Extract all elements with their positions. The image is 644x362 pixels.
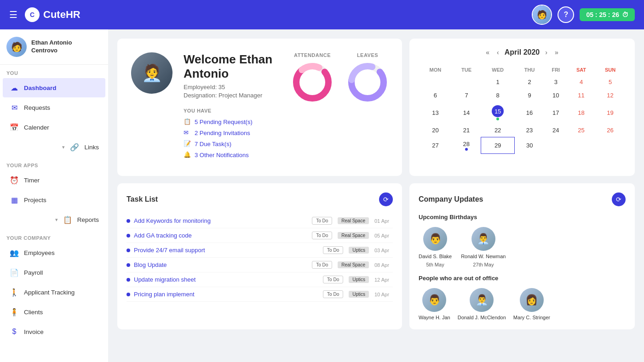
task-row[interactable]: Provide 24/7 email support To Do Uptics … xyxy=(126,243,393,258)
cal-day[interactable]: 18 xyxy=(567,102,595,124)
cal-day[interactable]: 20 xyxy=(419,124,452,137)
cal-day[interactable]: 29 xyxy=(481,137,515,154)
cal-day[interactable]: 8 xyxy=(481,89,515,102)
stat-requests[interactable]: 📋 5 Pending Request(s) xyxy=(184,118,276,125)
cal-header-sat: SAT xyxy=(567,64,595,75)
cal-day[interactable]: 17 xyxy=(544,102,567,124)
cal-day[interactable]: 2 xyxy=(515,75,544,89)
sidebar-username: Ethan AntonioCentrovo xyxy=(31,39,72,55)
cal-day[interactable]: 19 xyxy=(595,102,626,124)
sidebar-item-clients[interactable]: 🧍 Clients xyxy=(3,302,105,322)
cal-week-3: 20212223242526 xyxy=(419,124,626,137)
cal-day[interactable]: 23 xyxy=(515,124,544,137)
avatar-img: 🧑 xyxy=(533,6,551,24)
calendar-nav-prev[interactable]: ‹ xyxy=(495,48,501,57)
calender-icon: 📅 xyxy=(9,122,19,132)
sidebar-item-requests[interactable]: ✉ Requests xyxy=(3,98,105,117)
dashboard-icon: ☁ xyxy=(9,83,19,93)
calendar-nav-next[interactable]: › xyxy=(543,48,549,57)
timer-button[interactable]: 05 : 25 : 26 ⏱ xyxy=(580,8,635,21)
stat-notifications-icon: 🔔 xyxy=(184,151,191,158)
logo-text: CuteHR xyxy=(43,9,80,21)
cal-day[interactable]: 10 xyxy=(544,89,567,102)
out-of-office-name: Wayne H. Jan xyxy=(419,315,450,320)
task-date: 08 Apr xyxy=(374,262,393,268)
cal-day[interactable]: 15 xyxy=(481,102,515,124)
payroll-icon: 📄 xyxy=(9,267,19,277)
cal-day[interactable]: 11 xyxy=(567,89,595,102)
cal-day[interactable]: 4 xyxy=(567,75,595,89)
avatar[interactable]: 🧑 xyxy=(532,5,552,25)
sidebar-item-projects[interactable]: ▦ Projects xyxy=(3,190,105,209)
task-row[interactable]: Add GA tracking code To Do Real Space 05… xyxy=(126,228,393,243)
sidebar-item-dashboard[interactable]: ☁ Dashboard xyxy=(3,78,105,97)
sidebar-label-applicant-tracking: Applicant Tracking xyxy=(24,289,75,296)
task-list-icon[interactable]: ⟳ xyxy=(379,192,393,206)
task-row[interactable]: Update migration sheet To Do Uptics 12 A… xyxy=(126,272,393,287)
sidebar-item-reports[interactable]: ▾ 📋 Reports xyxy=(3,210,105,229)
sidebar-label-clients: Clients xyxy=(24,309,43,316)
top-row: 🧑‍💼 Welcome Ethan Antonio EmployeeId: 35… xyxy=(117,39,635,176)
cal-day[interactable]: 12 xyxy=(595,89,626,102)
calendar-nav-prev-prev[interactable]: « xyxy=(484,48,491,57)
cal-day[interactable]: 26 xyxy=(595,124,626,137)
cal-day[interactable]: 3 xyxy=(544,75,567,89)
task-dot xyxy=(126,234,130,238)
birthday-name: David S. Blake xyxy=(419,254,452,259)
hamburger-icon[interactable]: ☰ xyxy=(9,9,17,20)
sidebar-item-calender[interactable]: 📅 Calender xyxy=(3,118,105,137)
sidebar-item-links[interactable]: ▾ 🔗 Links xyxy=(3,137,105,157)
task-dot xyxy=(126,249,130,252)
sidebar-item-timer[interactable]: ⏰ Timer xyxy=(3,170,105,190)
cal-day xyxy=(567,137,595,154)
cal-day[interactable]: 7 xyxy=(452,89,481,102)
cal-day[interactable]: 27 xyxy=(419,137,452,154)
cal-day[interactable]: 1 xyxy=(481,75,515,89)
welcome-name: Welcome Ethan Antonio xyxy=(184,52,276,81)
task-list-rows: Add Keywords for monitoring To Do Real S… xyxy=(126,214,393,302)
cal-day[interactable]: 24 xyxy=(544,124,567,137)
stat-tasks[interactable]: 📝 7 Due Task(s) xyxy=(184,140,276,147)
task-row[interactable]: Add Keywords for monitoring To Do Real S… xyxy=(126,214,393,228)
task-name: Add GA tracking code xyxy=(134,232,308,239)
task-company: Real Space xyxy=(338,261,369,268)
calendar-nav-next-next[interactable]: » xyxy=(553,48,560,57)
task-dot xyxy=(126,278,130,282)
cal-day[interactable]: 30 xyxy=(515,137,544,154)
sidebar-item-invoice[interactable]: $ Invoice xyxy=(3,322,105,341)
task-dot xyxy=(126,219,130,223)
cal-day[interactable]: 13 xyxy=(419,102,452,124)
updates-card-icon[interactable]: ⟳ xyxy=(612,192,626,206)
cal-day[interactable]: 28 xyxy=(452,137,481,154)
stat-requests-text: 5 Pending Request(s) xyxy=(195,119,253,125)
cal-day[interactable]: 5 xyxy=(595,75,626,89)
help-button[interactable]: ? xyxy=(558,6,574,23)
cal-day[interactable]: 6 xyxy=(419,89,452,102)
cal-day[interactable]: 9 xyxy=(515,89,544,102)
sidebar-item-payroll[interactable]: 📄 Payroll xyxy=(3,263,105,282)
cal-day[interactable]: 22 xyxy=(481,124,515,137)
topnav-right: 🧑 ? 05 : 25 : 26 ⏱ xyxy=(532,5,635,25)
updates-card-header: Company Updates ⟳ xyxy=(419,192,626,206)
sidebar-label-links: Links xyxy=(84,144,99,151)
task-company: Real Space xyxy=(338,217,369,224)
cal-day[interactable]: 14 xyxy=(452,102,481,124)
birthday-avatar: 👨 xyxy=(423,227,447,251)
task-row[interactable]: Blog Update To Do Real Space 08 Apr xyxy=(126,258,393,272)
stat-requests-icon: 📋 xyxy=(184,118,191,125)
stat-invitations[interactable]: ✉ 2 Pending Invitations xyxy=(184,129,276,136)
task-company: Uptics xyxy=(349,276,369,283)
stat-notifications[interactable]: 🔔 3 Other Notifications xyxy=(184,151,276,158)
cal-header-mon: MON xyxy=(419,64,452,75)
out-of-office-avatar: 👨‍💼 xyxy=(470,288,494,312)
cal-day[interactable]: 21 xyxy=(452,124,481,137)
cal-day xyxy=(452,75,481,89)
sidebar-item-applicant-tracking[interactable]: 🚶 Applicant Tracking xyxy=(3,283,105,302)
birthday-date: 5th May xyxy=(426,262,444,267)
cal-day[interactable]: 16 xyxy=(515,102,544,124)
cal-day[interactable]: 25 xyxy=(567,124,595,137)
task-row[interactable]: Pricing plan implement To Do Uptics 10 A… xyxy=(126,287,393,302)
out-of-office-avatar: 👩 xyxy=(520,288,544,312)
links-icon: 🔗 xyxy=(69,142,80,152)
sidebar-item-employees[interactable]: 👥 Employees xyxy=(3,243,105,262)
